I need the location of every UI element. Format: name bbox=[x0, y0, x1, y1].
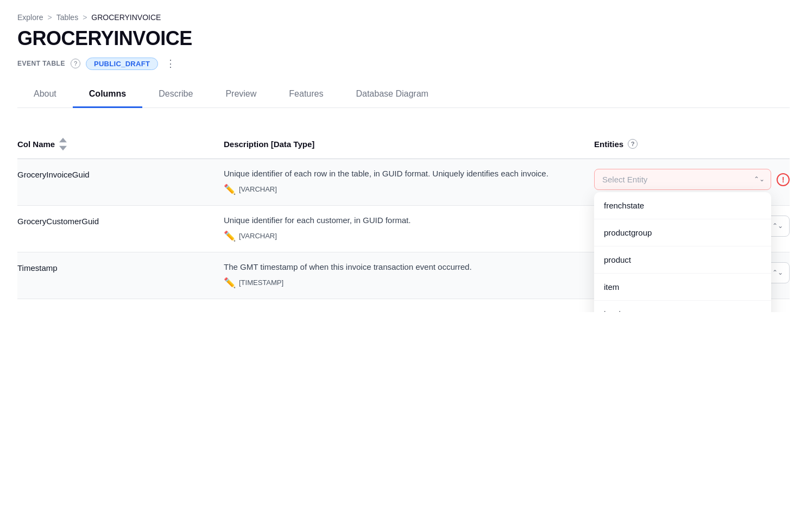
desc-text-1: Unique identifier of each row in the tab… bbox=[224, 169, 583, 178]
tab-columns[interactable]: Columns bbox=[73, 81, 142, 108]
breadcrumb-sep-1: > bbox=[47, 13, 52, 22]
description-header: Description [Data Type] bbox=[224, 136, 594, 152]
tabs: About Columns Describe Preview Features … bbox=[17, 81, 790, 108]
data-type-3: [TIMESTAMP] bbox=[239, 278, 283, 287]
edit-icon-3: ✏️ bbox=[224, 277, 236, 289]
status-badge[interactable]: PUBLIC_DRAFT bbox=[86, 58, 158, 70]
edit-btn-1[interactable]: ✏️ [VARCHAR] bbox=[224, 183, 277, 195]
desc-text-2: Unique identifier for each customer, in … bbox=[224, 216, 583, 225]
table-row: GroceryInvoiceGuid Unique identifier of … bbox=[17, 159, 790, 206]
desc-text-3: The GMT timestamp of when this invoice t… bbox=[224, 262, 583, 271]
breadcrumb-tables[interactable]: Tables bbox=[56, 13, 78, 22]
entity-cell-1: Select Entity frenchstate productgroup p… bbox=[594, 169, 790, 190]
more-options-button[interactable]: ⋮ bbox=[163, 56, 178, 71]
col-name-2: GroceryCustomerGuid bbox=[17, 216, 224, 226]
breadcrumb-sep-2: > bbox=[83, 13, 87, 22]
edit-icon-2: ✏️ bbox=[224, 230, 236, 242]
col-desc-2: Unique identifier for each customer, in … bbox=[224, 216, 594, 242]
meta-row: EVENT TABLE ? PUBLIC_DRAFT ⋮ bbox=[17, 56, 790, 71]
event-table-help-icon[interactable]: ? bbox=[71, 59, 80, 68]
col-desc-3: The GMT timestamp of when this invoice t… bbox=[224, 262, 594, 289]
select-entity-wrapper-1: Select Entity frenchstate productgroup p… bbox=[594, 169, 771, 190]
dropdown-item-productgroup[interactable]: productgroup bbox=[594, 219, 771, 246]
dropdown-item-frenchstate[interactable]: frenchstate bbox=[594, 192, 771, 219]
page-container: Explore > Tables > GROCERYINVOICE GROCER… bbox=[0, 0, 807, 312]
tab-features[interactable]: Features bbox=[273, 81, 339, 108]
breadcrumb: Explore > Tables > GROCERYINVOICE bbox=[17, 13, 790, 22]
edit-btn-3[interactable]: ✏️ [TIMESTAMP] bbox=[224, 277, 283, 289]
data-type-2: [VARCHAR] bbox=[239, 232, 277, 240]
breadcrumb-explore[interactable]: Explore bbox=[17, 13, 43, 22]
dropdown-item-invoice[interactable]: invoice bbox=[594, 301, 771, 312]
dropdown-item-item[interactable]: item bbox=[594, 274, 771, 301]
tab-describe[interactable]: Describe bbox=[142, 81, 209, 108]
col-desc-1: Unique identifier of each row in the tab… bbox=[224, 169, 594, 195]
dropdown-item-product[interactable]: product bbox=[594, 246, 771, 274]
page-title: GROCERYINVOICE bbox=[17, 27, 790, 50]
entities-help-icon[interactable]: ? bbox=[628, 139, 638, 149]
entities-header: Entities ? bbox=[594, 136, 790, 152]
tab-preview[interactable]: Preview bbox=[209, 81, 273, 108]
table-header: Col Name Description [Data Type] Entitie… bbox=[17, 130, 790, 159]
data-type-1: [VARCHAR] bbox=[239, 185, 277, 193]
tab-about[interactable]: About bbox=[17, 81, 73, 108]
event-table-label: EVENT TABLE bbox=[17, 60, 65, 67]
select-entity-1[interactable]: Select Entity frenchstate productgroup p… bbox=[594, 169, 771, 190]
dropdown-menu-1: frenchstate productgroup product item in… bbox=[594, 192, 771, 312]
error-icon-1: ! bbox=[777, 173, 790, 186]
tab-database-diagram[interactable]: Database Diagram bbox=[339, 81, 444, 108]
col-name-3: Timestamp bbox=[17, 262, 224, 273]
col-name-header: Col Name bbox=[17, 136, 224, 152]
breadcrumb-current: GROCERYINVOICE bbox=[91, 13, 161, 22]
edit-btn-2[interactable]: ✏️ [VARCHAR] bbox=[224, 230, 277, 242]
edit-icon-1: ✏️ bbox=[224, 183, 236, 195]
sort-icon[interactable] bbox=[59, 136, 67, 152]
content-area: Col Name Description [Data Type] Entitie… bbox=[17, 130, 790, 299]
col-name-1: GroceryInvoiceGuid bbox=[17, 169, 224, 179]
